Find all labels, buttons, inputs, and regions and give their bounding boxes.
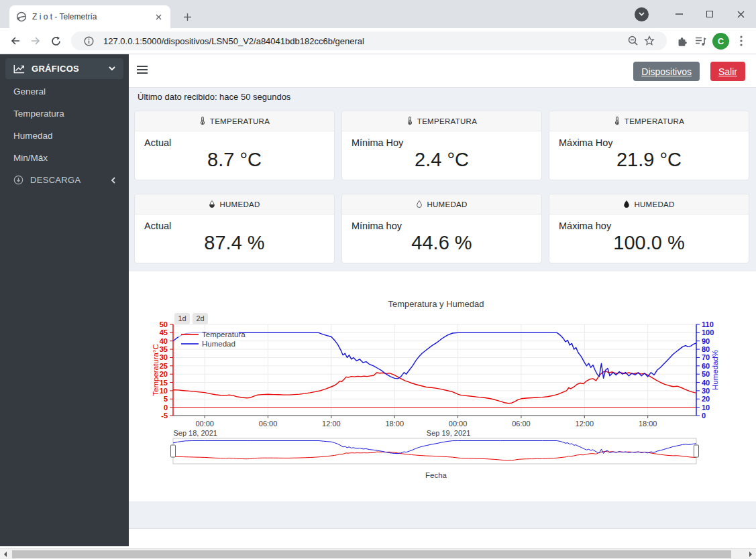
minimize-button[interactable] bbox=[663, 3, 694, 25]
browser-menu-icon[interactable] bbox=[732, 32, 751, 50]
gridlines bbox=[173, 324, 696, 416]
chart-svg: Temperatura y Humedad1d2d-50510152025303… bbox=[129, 271, 756, 501]
card-temp-min: TEMPERATURA Mínima Hoy 2.4 °C bbox=[341, 111, 542, 180]
browser-window: Z i o t - Telemetría bbox=[0, 0, 756, 559]
scroll-left-icon[interactable] bbox=[0, 549, 11, 559]
svg-text:5: 5 bbox=[164, 395, 168, 403]
svg-text:06:00: 06:00 bbox=[259, 420, 278, 428]
range-button-2d[interactable]: 2d bbox=[193, 313, 208, 324]
bookmark-star-icon[interactable] bbox=[641, 36, 657, 46]
card-label: Actual bbox=[144, 137, 325, 148]
footer-band bbox=[129, 501, 756, 529]
chart-legend: TemperaturaHumedad bbox=[178, 329, 246, 349]
address-bar[interactable]: 127.0.0.1:5000/dispositivos/LSN50_V2/a84… bbox=[71, 32, 667, 50]
chevron-down-icon bbox=[109, 66, 115, 71]
sidebar-item-general[interactable]: General bbox=[0, 80, 129, 103]
svg-text:110: 110 bbox=[702, 320, 714, 328]
sidebar-menu-label: GRÁFICOS bbox=[32, 64, 109, 74]
maximize-button[interactable] bbox=[694, 3, 725, 25]
svg-text:Sep 18, 2021: Sep 18, 2021 bbox=[173, 429, 217, 437]
tab-strip: Z i o t - Telemetría bbox=[0, 0, 756, 28]
svg-text:40: 40 bbox=[160, 337, 168, 345]
slider-handle-left[interactable] bbox=[171, 445, 176, 457]
svg-text:06:00: 06:00 bbox=[512, 420, 531, 428]
cards-area: TEMPERATURA Actual 8.7 °C TEMPERATURA Mí… bbox=[129, 106, 756, 271]
thermometer-icon bbox=[407, 117, 413, 125]
card-hum-max: HUMEDAD Máxima hoy 100.0 % bbox=[549, 194, 749, 263]
x-axis-title: Fecha bbox=[425, 471, 447, 479]
range-button-1d[interactable]: 1d bbox=[174, 313, 190, 324]
browser-toolbar: 127.0.0.1:5000/dispositivos/LSN50_V2/a84… bbox=[0, 28, 756, 54]
back-icon[interactable] bbox=[5, 31, 25, 51]
sidebar-item-temperatura[interactable]: Temperatura bbox=[0, 103, 129, 125]
sidebar-download-label: DESCARGA bbox=[30, 175, 111, 185]
legend-item-Humedad[interactable]: Humedad bbox=[178, 338, 239, 349]
devices-button[interactable]: Dispositivos bbox=[633, 62, 700, 81]
range-slider[interactable] bbox=[171, 438, 699, 464]
svg-text:12:00: 12:00 bbox=[576, 420, 594, 428]
tab-close-icon[interactable] bbox=[153, 11, 164, 22]
page-info-icon[interactable] bbox=[80, 36, 97, 46]
reload-icon[interactable] bbox=[46, 31, 66, 51]
horizontal-scrollbar[interactable] bbox=[0, 548, 756, 559]
download-icon bbox=[13, 175, 23, 185]
svg-text:18:00: 18:00 bbox=[385, 420, 404, 428]
svg-text:30: 30 bbox=[702, 387, 710, 395]
scrollbar-thumb[interactable] bbox=[12, 550, 731, 558]
svg-text:25: 25 bbox=[160, 362, 168, 370]
svg-text:20: 20 bbox=[160, 370, 168, 378]
favicon-icon bbox=[16, 11, 27, 22]
scroll-right-icon[interactable] bbox=[745, 549, 756, 559]
forward-icon[interactable] bbox=[25, 31, 46, 51]
card-label: Actual bbox=[144, 221, 325, 231]
tab-title: Z i o t - Telemetría bbox=[32, 12, 153, 21]
browser-tab[interactable]: Z i o t - Telemetría bbox=[9, 5, 170, 28]
temperature-humidity-chart: Temperatura y Humedad1d2d-50510152025303… bbox=[129, 271, 756, 501]
svg-text:00:00: 00:00 bbox=[195, 420, 214, 428]
hamburger-menu-icon[interactable] bbox=[137, 66, 148, 76]
sidebar-item-graficos[interactable]: GRÁFICOS bbox=[5, 58, 123, 79]
svg-text:100: 100 bbox=[702, 328, 714, 336]
slider-handle-right[interactable] bbox=[694, 445, 699, 457]
svg-text:30: 30 bbox=[160, 353, 168, 361]
thermometer-icon bbox=[614, 117, 620, 125]
legend-item-Temperatura[interactable]: Temperatura bbox=[178, 329, 246, 339]
zoom-out-icon[interactable] bbox=[625, 36, 641, 46]
svg-text:80: 80 bbox=[702, 345, 710, 353]
droplet-half-icon bbox=[209, 200, 215, 208]
url-text[interactable]: 127.0.0.1:5000/dispositivos/LSN50_V2/a84… bbox=[103, 36, 625, 46]
sidebar-item-minmax[interactable]: Min/Máx bbox=[0, 147, 129, 169]
media-controls-icon[interactable] bbox=[691, 32, 710, 50]
card-value: 44.6 % bbox=[352, 232, 532, 254]
tab-search-button[interactable] bbox=[635, 7, 649, 21]
card-header: TEMPERATURA bbox=[135, 111, 334, 131]
line-chart-icon bbox=[13, 64, 25, 74]
chart-title: Temperatura y Humedad bbox=[388, 299, 484, 309]
extensions-icon[interactable] bbox=[672, 32, 691, 50]
sidebar-item-humedad[interactable]: Humedad bbox=[0, 125, 129, 147]
svg-text:00:00: 00:00 bbox=[449, 420, 468, 428]
card-label: Máxima Hoy bbox=[559, 137, 739, 148]
new-tab-button[interactable] bbox=[178, 8, 196, 25]
close-button[interactable] bbox=[725, 3, 756, 25]
maximize-icon bbox=[706, 11, 713, 17]
svg-text:45: 45 bbox=[160, 328, 168, 336]
svg-text:90: 90 bbox=[702, 337, 710, 345]
card-value: 87.4 % bbox=[144, 232, 325, 254]
svg-text:Temperatura: Temperatura bbox=[202, 330, 246, 338]
card-temp-max: TEMPERATURA Máxima Hoy 21.9 °C bbox=[549, 111, 749, 180]
card-value: 8.7 °C bbox=[144, 149, 325, 171]
logout-button[interactable]: Salir bbox=[710, 62, 745, 81]
card-temp-actual: TEMPERATURA Actual 8.7 °C bbox=[134, 111, 335, 180]
svg-text:0: 0 bbox=[164, 403, 168, 412]
avatar[interactable]: C bbox=[712, 33, 729, 50]
svg-text:20: 20 bbox=[702, 395, 710, 403]
sidebar: GRÁFICOS General Temperatura Humedad Min… bbox=[0, 54, 129, 546]
svg-text:60: 60 bbox=[702, 362, 710, 370]
x-tick-labels: 00:00Sep 18, 202106:0012:0018:0000:00Sep… bbox=[173, 416, 657, 437]
card-header: HUMEDAD bbox=[342, 194, 541, 214]
sidebar-item-descarga[interactable]: DESCARGA bbox=[0, 169, 129, 191]
droplet-fill-icon bbox=[623, 200, 630, 208]
left-tick-labels: -505101520253035404550 bbox=[160, 320, 173, 420]
svg-text:10: 10 bbox=[160, 387, 168, 395]
